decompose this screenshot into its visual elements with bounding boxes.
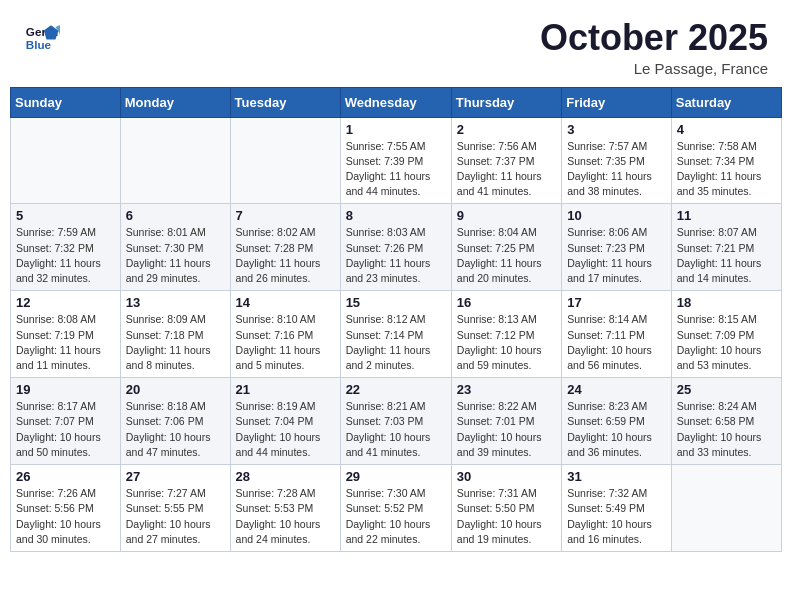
calendar-cell: 2Sunrise: 7:56 AMSunset: 7:37 PMDaylight… — [451, 117, 561, 204]
calendar-header-wednesday: Wednesday — [340, 87, 451, 117]
calendar-cell: 26Sunrise: 7:26 AMSunset: 5:56 PMDayligh… — [11, 465, 121, 552]
calendar-cell: 13Sunrise: 8:09 AMSunset: 7:18 PMDayligh… — [120, 291, 230, 378]
calendar-cell: 8Sunrise: 8:03 AMSunset: 7:26 PMDaylight… — [340, 204, 451, 291]
day-number: 11 — [677, 208, 776, 223]
day-info: Sunrise: 8:06 AMSunset: 7:23 PMDaylight:… — [567, 225, 666, 286]
calendar-cell: 12Sunrise: 8:08 AMSunset: 7:19 PMDayligh… — [11, 291, 121, 378]
day-info: Sunrise: 7:58 AMSunset: 7:34 PMDaylight:… — [677, 139, 776, 200]
day-number: 8 — [346, 208, 446, 223]
day-number: 9 — [457, 208, 556, 223]
calendar-cell: 1Sunrise: 7:55 AMSunset: 7:39 PMDaylight… — [340, 117, 451, 204]
day-number: 27 — [126, 469, 225, 484]
day-info: Sunrise: 8:23 AMSunset: 6:59 PMDaylight:… — [567, 399, 666, 460]
calendar-cell — [120, 117, 230, 204]
day-info: Sunrise: 8:22 AMSunset: 7:01 PMDaylight:… — [457, 399, 556, 460]
calendar-week-row: 26Sunrise: 7:26 AMSunset: 5:56 PMDayligh… — [11, 465, 782, 552]
day-number: 6 — [126, 208, 225, 223]
day-number: 18 — [677, 295, 776, 310]
calendar-cell: 17Sunrise: 8:14 AMSunset: 7:11 PMDayligh… — [562, 291, 672, 378]
day-info: Sunrise: 7:59 AMSunset: 7:32 PMDaylight:… — [16, 225, 115, 286]
day-info: Sunrise: 8:04 AMSunset: 7:25 PMDaylight:… — [457, 225, 556, 286]
calendar-table: SundayMondayTuesdayWednesdayThursdayFrid… — [10, 87, 782, 552]
day-number: 31 — [567, 469, 666, 484]
day-info: Sunrise: 8:13 AMSunset: 7:12 PMDaylight:… — [457, 312, 556, 373]
calendar-cell: 23Sunrise: 8:22 AMSunset: 7:01 PMDayligh… — [451, 378, 561, 465]
calendar-cell: 7Sunrise: 8:02 AMSunset: 7:28 PMDaylight… — [230, 204, 340, 291]
location: Le Passage, France — [540, 60, 768, 77]
calendar-cell — [11, 117, 121, 204]
day-number: 5 — [16, 208, 115, 223]
day-info: Sunrise: 8:18 AMSunset: 7:06 PMDaylight:… — [126, 399, 225, 460]
day-number: 29 — [346, 469, 446, 484]
calendar-cell: 5Sunrise: 7:59 AMSunset: 7:32 PMDaylight… — [11, 204, 121, 291]
calendar-cell: 4Sunrise: 7:58 AMSunset: 7:34 PMDaylight… — [671, 117, 781, 204]
calendar-cell: 28Sunrise: 7:28 AMSunset: 5:53 PMDayligh… — [230, 465, 340, 552]
calendar-cell: 18Sunrise: 8:15 AMSunset: 7:09 PMDayligh… — [671, 291, 781, 378]
calendar-cell: 29Sunrise: 7:30 AMSunset: 5:52 PMDayligh… — [340, 465, 451, 552]
calendar-header-friday: Friday — [562, 87, 672, 117]
day-info: Sunrise: 8:24 AMSunset: 6:58 PMDaylight:… — [677, 399, 776, 460]
calendar-header-saturday: Saturday — [671, 87, 781, 117]
day-number: 10 — [567, 208, 666, 223]
day-info: Sunrise: 8:17 AMSunset: 7:07 PMDaylight:… — [16, 399, 115, 460]
day-info: Sunrise: 7:55 AMSunset: 7:39 PMDaylight:… — [346, 139, 446, 200]
day-number: 15 — [346, 295, 446, 310]
calendar-cell: 16Sunrise: 8:13 AMSunset: 7:12 PMDayligh… — [451, 291, 561, 378]
day-info: Sunrise: 8:01 AMSunset: 7:30 PMDaylight:… — [126, 225, 225, 286]
calendar-week-row: 5Sunrise: 7:59 AMSunset: 7:32 PMDaylight… — [11, 204, 782, 291]
calendar-cell: 21Sunrise: 8:19 AMSunset: 7:04 PMDayligh… — [230, 378, 340, 465]
day-info: Sunrise: 7:27 AMSunset: 5:55 PMDaylight:… — [126, 486, 225, 547]
day-number: 4 — [677, 122, 776, 137]
day-number: 19 — [16, 382, 115, 397]
day-number: 24 — [567, 382, 666, 397]
day-number: 16 — [457, 295, 556, 310]
calendar-header-sunday: Sunday — [11, 87, 121, 117]
day-number: 23 — [457, 382, 556, 397]
calendar-cell: 15Sunrise: 8:12 AMSunset: 7:14 PMDayligh… — [340, 291, 451, 378]
day-number: 2 — [457, 122, 556, 137]
day-number: 20 — [126, 382, 225, 397]
day-info: Sunrise: 8:10 AMSunset: 7:16 PMDaylight:… — [236, 312, 335, 373]
logo: General Blue — [24, 18, 60, 54]
header: General Blue October 2025 Le Passage, Fr… — [0, 0, 792, 87]
day-number: 22 — [346, 382, 446, 397]
day-number: 25 — [677, 382, 776, 397]
page-container: General Blue October 2025 Le Passage, Fr… — [0, 0, 792, 562]
day-number: 1 — [346, 122, 446, 137]
day-number: 14 — [236, 295, 335, 310]
calendar-cell: 10Sunrise: 8:06 AMSunset: 7:23 PMDayligh… — [562, 204, 672, 291]
calendar-header-row: SundayMondayTuesdayWednesdayThursdayFrid… — [11, 87, 782, 117]
calendar-cell: 27Sunrise: 7:27 AMSunset: 5:55 PMDayligh… — [120, 465, 230, 552]
day-info: Sunrise: 8:07 AMSunset: 7:21 PMDaylight:… — [677, 225, 776, 286]
calendar-cell: 30Sunrise: 7:31 AMSunset: 5:50 PMDayligh… — [451, 465, 561, 552]
day-number: 17 — [567, 295, 666, 310]
calendar-cell: 19Sunrise: 8:17 AMSunset: 7:07 PMDayligh… — [11, 378, 121, 465]
day-number: 30 — [457, 469, 556, 484]
logo-icon: General Blue — [24, 18, 60, 54]
title-block: October 2025 Le Passage, France — [540, 18, 768, 77]
calendar-cell: 3Sunrise: 7:57 AMSunset: 7:35 PMDaylight… — [562, 117, 672, 204]
calendar-header-tuesday: Tuesday — [230, 87, 340, 117]
calendar-cell — [230, 117, 340, 204]
day-info: Sunrise: 7:57 AMSunset: 7:35 PMDaylight:… — [567, 139, 666, 200]
calendar-week-row: 12Sunrise: 8:08 AMSunset: 7:19 PMDayligh… — [11, 291, 782, 378]
day-info: Sunrise: 8:08 AMSunset: 7:19 PMDaylight:… — [16, 312, 115, 373]
day-number: 7 — [236, 208, 335, 223]
day-number: 12 — [16, 295, 115, 310]
calendar-cell: 31Sunrise: 7:32 AMSunset: 5:49 PMDayligh… — [562, 465, 672, 552]
calendar-cell: 9Sunrise: 8:04 AMSunset: 7:25 PMDaylight… — [451, 204, 561, 291]
calendar-cell: 24Sunrise: 8:23 AMSunset: 6:59 PMDayligh… — [562, 378, 672, 465]
calendar-week-row: 19Sunrise: 8:17 AMSunset: 7:07 PMDayligh… — [11, 378, 782, 465]
month-title: October 2025 — [540, 18, 768, 58]
day-number: 28 — [236, 469, 335, 484]
calendar-wrap: SundayMondayTuesdayWednesdayThursdayFrid… — [0, 87, 792, 562]
calendar-cell: 6Sunrise: 8:01 AMSunset: 7:30 PMDaylight… — [120, 204, 230, 291]
day-info: Sunrise: 7:26 AMSunset: 5:56 PMDaylight:… — [16, 486, 115, 547]
day-info: Sunrise: 8:03 AMSunset: 7:26 PMDaylight:… — [346, 225, 446, 286]
day-info: Sunrise: 7:32 AMSunset: 5:49 PMDaylight:… — [567, 486, 666, 547]
calendar-cell — [671, 465, 781, 552]
calendar-cell: 11Sunrise: 8:07 AMSunset: 7:21 PMDayligh… — [671, 204, 781, 291]
calendar-cell: 14Sunrise: 8:10 AMSunset: 7:16 PMDayligh… — [230, 291, 340, 378]
day-info: Sunrise: 8:09 AMSunset: 7:18 PMDaylight:… — [126, 312, 225, 373]
calendar-cell: 25Sunrise: 8:24 AMSunset: 6:58 PMDayligh… — [671, 378, 781, 465]
